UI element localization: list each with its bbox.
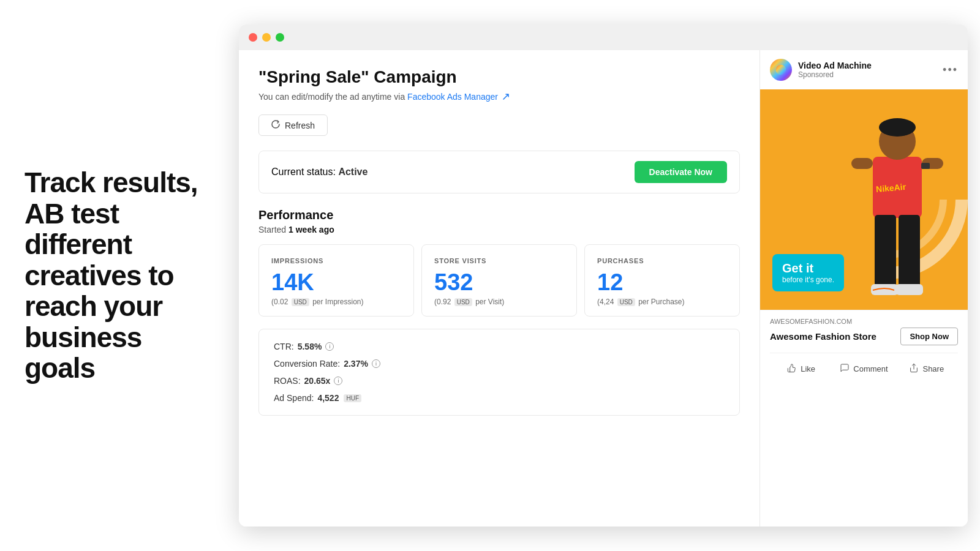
conversion-value: 2.37% xyxy=(344,359,368,369)
refresh-button[interactable]: Refresh xyxy=(258,114,328,136)
metric-card-impressions: IMPRESSIONS 14K (0.02 USD per Impression… xyxy=(258,244,414,317)
svg-rect-13 xyxy=(921,163,930,169)
svg-rect-10 xyxy=(895,284,923,295)
shop-now-button[interactable]: Shop Now xyxy=(900,328,958,345)
svg-rect-8 xyxy=(899,215,920,288)
metric-card-purchases: PURCHASES 12 (4,24 USD per Purchase) xyxy=(584,244,740,317)
store-visits-sub-suffix: per Visit) xyxy=(475,298,504,306)
refresh-label: Refresh xyxy=(285,121,315,130)
ad-header: Video Ad Machine Sponsored ••• xyxy=(760,50,968,89)
purchases-sub-prefix: (4,24 xyxy=(597,298,614,306)
ctr-label: CTR: xyxy=(274,342,294,351)
stats-card: CTR: 5.58% i Conversion Rate: 2.37% i RO… xyxy=(258,329,740,416)
store-visits-sub-prefix: (0.92 xyxy=(434,298,451,306)
impressions-sub-suffix: per Impression) xyxy=(312,298,363,306)
share-label: Share xyxy=(922,364,944,373)
share-icon xyxy=(909,363,919,375)
ctr-value: 5.58% xyxy=(298,342,322,351)
ad-store-row: Awesome Fashion Store Shop Now xyxy=(770,328,958,345)
like-button[interactable]: Like xyxy=(770,359,832,378)
svg-rect-11 xyxy=(851,158,873,169)
metrics-grid: IMPRESSIONS 14K (0.02 USD per Impression… xyxy=(258,244,740,317)
browser-window: "Spring Sale" Campaign You can edit/modi… xyxy=(239,24,968,527)
like-icon xyxy=(787,363,797,375)
performance-title: Performance xyxy=(258,208,740,222)
ad-header-info: Video Ad Machine Sponsored xyxy=(798,61,937,79)
ad-footer: AWESOMEFASHION.COM Awesome Fashion Store… xyxy=(760,310,968,386)
roas-label: ROAS: xyxy=(274,376,301,386)
purchases-sub-suffix: per Purchase) xyxy=(638,298,684,306)
ad-panel: Video Ad Machine Sponsored ••• xyxy=(760,50,968,527)
get-it-sub: before it's gone. xyxy=(782,276,834,284)
svg-point-6 xyxy=(879,118,916,137)
browser-content: "Spring Sale" Campaign You can edit/modi… xyxy=(239,50,968,527)
campaign-title: "Spring Sale" Campaign xyxy=(258,67,740,87)
ad-image: NikeAir xyxy=(760,89,968,310)
performance-subtitle: Started 1 week ago xyxy=(258,225,740,234)
status-label: Current status: xyxy=(271,167,338,177)
adspend-currency: HUF xyxy=(344,394,361,402)
ad-store-name: Awesome Fashion Store xyxy=(770,331,876,342)
ad-more-button[interactable]: ••• xyxy=(943,64,958,77)
edit-note: You can edit/modify the ad anytime via F… xyxy=(258,92,740,102)
conversion-label: Conversion Rate: xyxy=(274,359,340,369)
impressions-currency: USD xyxy=(292,298,309,306)
comment-label: Comment xyxy=(853,364,888,373)
refresh-icon xyxy=(271,120,280,130)
external-link-icon xyxy=(502,92,510,102)
stat-row-adspend: Ad Spend: 4,522 HUF xyxy=(274,393,725,403)
status-value: Active xyxy=(338,167,368,177)
purchases-sub: (4,24 USD per Purchase) xyxy=(597,298,727,306)
minimize-button[interactable] xyxy=(262,33,271,42)
edit-note-prefix: You can edit/modify the ad anytime via xyxy=(258,92,407,102)
purchases-value: 12 xyxy=(597,271,727,294)
stat-row-roas: ROAS: 20.65x i xyxy=(274,376,725,386)
ad-actions: Like Comment Share xyxy=(770,353,958,378)
started-value: 1 week ago xyxy=(288,225,334,234)
close-button[interactable] xyxy=(249,33,257,42)
get-it-main: Get it xyxy=(782,261,834,276)
impressions-value: 14K xyxy=(271,271,401,294)
comment-button[interactable]: Comment xyxy=(832,359,895,378)
ad-sponsored-label: Sponsored xyxy=(798,70,937,79)
person-figure: NikeAir xyxy=(845,102,949,310)
store-visits-currency: USD xyxy=(454,298,472,306)
impressions-sub: (0.02 USD per Impression) xyxy=(271,298,401,306)
ad-website: AWESOMEFASHION.COM xyxy=(770,318,958,325)
comment-icon xyxy=(840,363,850,375)
metric-card-store-visits: STORE VISITS 532 (0.92 USD per Visit) xyxy=(421,244,577,317)
main-panel: "Spring Sale" Campaign You can edit/modi… xyxy=(239,50,760,527)
status-row: Current status: Active Deactivate Now xyxy=(258,151,740,193)
store-visits-label: STORE VISITS xyxy=(434,257,564,264)
adspend-label: Ad Spend: xyxy=(274,393,314,403)
purchases-label: PURCHASES xyxy=(597,257,727,264)
stat-row-ctr: CTR: 5.58% i xyxy=(274,342,725,351)
stat-row-conversion: Conversion Rate: 2.37% i xyxy=(274,359,725,369)
ctr-info-icon[interactable]: i xyxy=(325,342,334,351)
hero-text: Track results, AB test different creativ… xyxy=(24,167,208,384)
like-label: Like xyxy=(801,364,815,373)
svg-rect-7 xyxy=(875,215,896,288)
store-visits-sub: (0.92 USD per Visit) xyxy=(434,298,564,306)
ad-brand-name: Video Ad Machine xyxy=(798,61,937,70)
store-visits-value: 532 xyxy=(434,271,564,294)
facebook-ads-manager-link[interactable]: Facebook Ads Manager xyxy=(407,92,498,102)
purchases-currency: USD xyxy=(617,298,635,306)
impressions-sub-prefix: (0.02 xyxy=(271,298,288,306)
started-prefix: Started xyxy=(258,225,288,234)
status-text: Current status: Active xyxy=(271,167,368,178)
browser-titlebar xyxy=(239,24,968,50)
get-it-badge: Get it before it's gone. xyxy=(772,254,844,291)
maximize-button[interactable] xyxy=(276,33,284,42)
impressions-label: IMPRESSIONS xyxy=(271,257,401,264)
left-panel: Track results, AB test different creativ… xyxy=(0,143,227,408)
deactivate-button[interactable]: Deactivate Now xyxy=(635,161,727,183)
share-button[interactable]: Share xyxy=(895,359,958,378)
ad-logo xyxy=(770,59,792,81)
adspend-value: 4,522 xyxy=(317,393,339,403)
roas-info-icon[interactable]: i xyxy=(334,377,342,385)
conversion-info-icon[interactable]: i xyxy=(372,359,380,368)
roas-value: 20.65x xyxy=(304,376,331,386)
